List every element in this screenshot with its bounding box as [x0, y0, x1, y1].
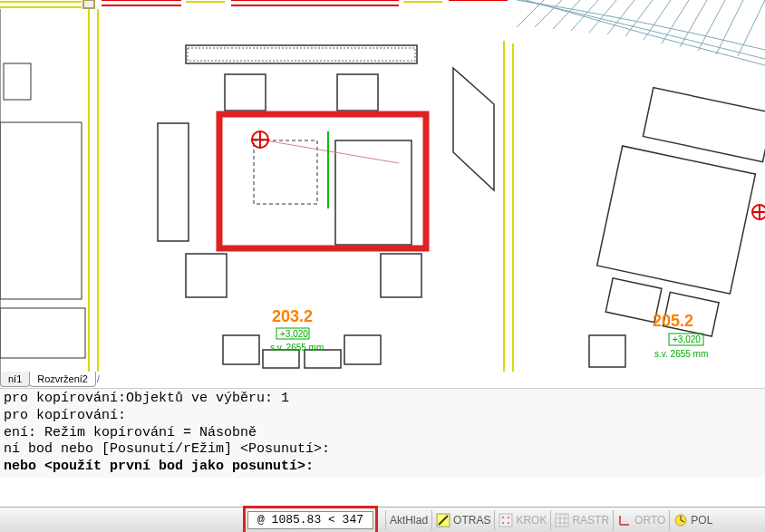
svg-line-45	[260, 140, 399, 163]
svg-rect-67	[556, 514, 568, 527]
coord-input-highlight: @ 1085.83 < 347	[243, 506, 378, 533]
status-otras[interactable]: OTRAS	[431, 510, 494, 530]
selection-highlight	[219, 114, 426, 248]
svg-point-64	[508, 517, 509, 518]
svg-point-65	[502, 522, 504, 524]
svg-line-0	[517, 0, 544, 27]
status-label: POL	[691, 514, 712, 527]
svg-rect-39	[381, 254, 421, 297]
command-prompt[interactable]: nebo <použít první bod jako posunutí>:	[4, 459, 761, 476]
status-rastr[interactable]: RASTR	[550, 510, 613, 530]
svg-rect-42	[263, 350, 299, 368]
room-label-203: 203.2	[272, 307, 313, 325]
svg-rect-30	[0, 308, 85, 358]
svg-rect-15	[83, 0, 94, 8]
pencil-icon	[436, 513, 450, 527]
svg-line-11	[716, 0, 743, 54]
command-line: ení: Režim kopírování = Násobně	[4, 425, 761, 442]
status-orto[interactable]: ORTO	[613, 510, 669, 530]
svg-rect-33	[225, 74, 266, 111]
svg-rect-62	[499, 514, 512, 527]
polar-icon	[673, 513, 688, 527]
status-krok[interactable]: KROK	[494, 510, 550, 530]
drawing-canvas[interactable]: 203.2 +3,020 s.v. 2655 mm 205.2 +3,020 s…	[0, 0, 765, 372]
svg-rect-35	[335, 140, 412, 245]
room-dim-bottom-205: s.v. 2655 mm	[654, 349, 708, 359]
svg-line-10	[698, 0, 725, 51]
svg-marker-40	[453, 68, 494, 190]
svg-rect-53	[597, 146, 756, 294]
svg-rect-43	[305, 350, 341, 368]
status-label: ORTO	[634, 514, 665, 527]
command-line: pro kopírování:Objektů ve výběru: 1	[4, 391, 761, 408]
status-label: AktHlad	[390, 514, 428, 527]
room-dim-bottom-203: s.v. 2655 mm	[270, 343, 324, 353]
coord-input[interactable]: @ 1085.83 < 347	[247, 511, 373, 529]
status-label: KROK	[516, 514, 547, 527]
status-label: RASTR	[572, 514, 609, 527]
svg-rect-44	[344, 335, 381, 364]
grid-dots-icon	[499, 513, 513, 527]
room-label-205: 205.2	[653, 312, 693, 330]
status-label: OTRAS	[453, 514, 490, 527]
status-pol[interactable]: POL	[669, 510, 716, 530]
layout-tabs: ní1 Rozvržení2 /	[0, 370, 100, 388]
svg-point-63	[502, 517, 504, 518]
svg-line-12	[738, 0, 765, 56]
svg-rect-34	[337, 74, 378, 111]
room-dim-top-203: +3,020	[280, 329, 308, 339]
svg-rect-37	[158, 123, 189, 241]
tab-layout2[interactable]: Rozvržení2	[29, 372, 96, 387]
svg-rect-51	[589, 335, 625, 367]
command-line: pro kopírování:	[4, 408, 761, 425]
command-line: ní bod nebo [Posunutí/rEžim] <Posunutí>:	[4, 441, 761, 459]
svg-rect-41	[223, 335, 259, 364]
svg-rect-32	[188, 48, 415, 61]
room-dim-top-205: +3,020	[673, 334, 701, 344]
command-history: pro kopírování:Objektů ve výběru: 1 pro …	[0, 388, 765, 478]
tab-layout1[interactable]: ní1	[0, 372, 30, 387]
grid-icon	[555, 513, 569, 527]
status-akthlad[interactable]: AktHlad	[385, 510, 431, 530]
svg-point-66	[508, 522, 509, 524]
svg-line-9	[680, 0, 707, 47]
svg-rect-28	[4, 63, 31, 100]
status-bar: @ 1085.83 < 347 AktHlad OTRAS KROK RASTR…	[0, 507, 765, 532]
svg-rect-38	[186, 254, 227, 297]
svg-rect-29	[0, 122, 82, 299]
svg-rect-36	[254, 140, 317, 204]
svg-rect-52	[643, 88, 765, 162]
svg-line-6	[625, 0, 653, 36]
ortho-icon	[617, 513, 632, 527]
